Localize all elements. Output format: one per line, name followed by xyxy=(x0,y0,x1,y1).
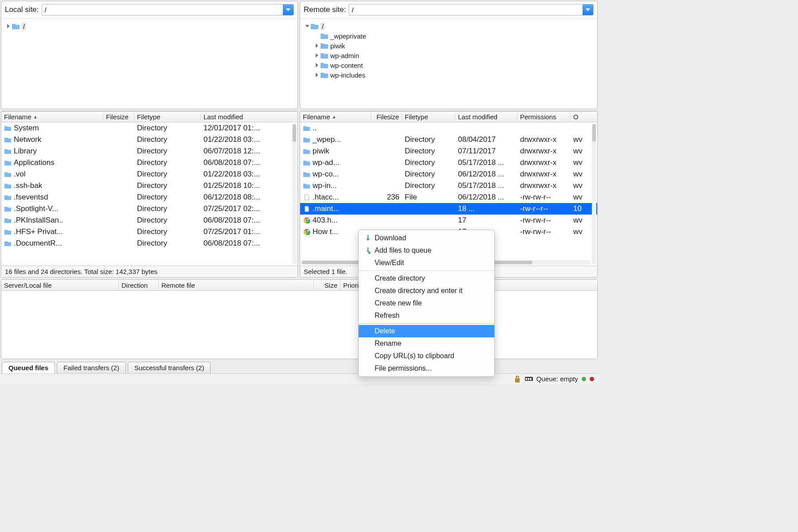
col-permissions[interactable]: Permissions xyxy=(517,113,571,121)
tree-toggle-icon[interactable] xyxy=(313,53,321,58)
remote-tree-item[interactable]: wp-admin xyxy=(304,51,594,60)
ctx-add-to-queue[interactable]: Add files to queue xyxy=(359,244,494,257)
local-site-combo[interactable] xyxy=(42,4,294,16)
local-status: 16 files and 24 directories. Total size:… xyxy=(1,266,297,277)
tab-failed-transfers[interactable]: Failed transfers (2) xyxy=(57,362,126,373)
tree-toggle-icon[interactable] xyxy=(5,24,12,28)
file-permissions: drwxrwxr-x xyxy=(517,135,571,144)
local-tree[interactable]: / xyxy=(1,19,297,109)
list-item[interactable]: .ssh-bakDirectory01/25/2018 10:... xyxy=(1,180,297,192)
col-last-modified[interactable]: Last modified xyxy=(201,113,297,121)
queue-header[interactable]: Server/Local file Direction Remote file … xyxy=(1,280,597,291)
ctx-refresh[interactable]: Refresh xyxy=(359,309,494,322)
tree-toggle-icon[interactable] xyxy=(304,24,311,28)
file-name: .fseventsd xyxy=(14,193,48,202)
file-modified: 06/12/2018 ... xyxy=(455,193,517,202)
local-site-dropdown[interactable] xyxy=(283,4,293,15)
col-filename[interactable]: Filename▲ xyxy=(1,113,103,121)
file-type: Directory xyxy=(134,135,201,144)
remote-site-combo[interactable] xyxy=(348,4,594,16)
file-modified: 01/22/2018 03:... xyxy=(201,170,297,179)
ctx-create-directory[interactable]: Create directory xyxy=(359,272,494,285)
remote-tree-item[interactable]: wp-content xyxy=(304,60,594,70)
list-item[interactable]: LibraryDirectory06/07/2018 12:... xyxy=(1,145,297,157)
list-item[interactable]: piwikDirectory07/11/2017drwxrwxr-xwv xyxy=(300,145,597,157)
file-modified: 06/07/2018 12:... xyxy=(201,147,297,156)
ctx-delete[interactable]: Delete xyxy=(359,325,494,337)
file-name: Library xyxy=(14,147,37,156)
local-site-input[interactable] xyxy=(42,4,283,15)
remote-tree[interactable]: / _wpeprivatepiwikwp-adminwp-contentwp-i… xyxy=(300,19,597,109)
col-filetype[interactable]: Filetype xyxy=(402,113,455,121)
list-item[interactable]: NetworkDirectory01/22/2018 03:... xyxy=(1,134,297,145)
list-item[interactable]: .maint...18 ...-rw-r--r--10 xyxy=(300,203,597,215)
list-item[interactable]: 403.h...17-rw-rw-r--wv xyxy=(300,215,597,226)
local-tree-root[interactable]: / xyxy=(22,23,26,30)
list-item[interactable]: .DocumentR...Directory06/08/2018 07:... xyxy=(1,238,297,249)
ctx-create-new-file[interactable]: Create new file xyxy=(359,297,494,309)
html-file-icon xyxy=(303,228,311,235)
col-size[interactable]: Size xyxy=(314,280,340,290)
remote-file-header[interactable]: Filename▲ Filesize Filetype Last modifie… xyxy=(300,111,597,122)
folder-icon xyxy=(4,240,12,247)
queue-body[interactable] xyxy=(1,291,597,359)
file-type: Directory xyxy=(134,124,201,133)
list-item[interactable]: ApplicationsDirectory06/08/2018 07:... xyxy=(1,157,297,168)
folder-icon xyxy=(303,182,311,189)
list-item[interactable]: .htacc...236File06/12/2018 ...-rw-rw-r--… xyxy=(300,192,597,203)
col-filesize[interactable]: Filesize xyxy=(371,113,402,121)
list-item[interactable]: .volDirectory01/22/2018 03:... xyxy=(1,168,297,180)
col-owner[interactable]: O xyxy=(571,113,597,121)
scrollbar-vert[interactable] xyxy=(292,123,297,265)
file-modified: 18 ... xyxy=(455,204,517,213)
list-item[interactable]: _wpep...Directory08/04/2017drwxrwxr-xwv xyxy=(300,134,597,145)
remote-tree-item[interactable]: wp-includes xyxy=(304,70,594,80)
tab-queued-files[interactable]: Queued files xyxy=(2,362,55,373)
col-last-modified[interactable]: Last modified xyxy=(455,113,517,121)
transfer-tabs: Queued files Failed transfers (2) Succes… xyxy=(0,360,598,373)
local-file-list[interactable]: SystemDirectory12/01/2017 01:...NetworkD… xyxy=(1,122,297,266)
status-bar: Queue: empty xyxy=(0,373,598,384)
file-type: Directory xyxy=(134,204,201,213)
col-filesize[interactable]: Filesize xyxy=(103,113,134,121)
list-item[interactable]: .. xyxy=(300,122,597,134)
remote-tree-item[interactable]: _wpeprivate xyxy=(304,31,594,41)
list-item[interactable]: wp-co...Directory06/12/2018 ...drwxrwxr-… xyxy=(300,168,597,180)
tree-toggle-icon[interactable] xyxy=(313,43,321,48)
col-remote-file[interactable]: Remote file xyxy=(159,280,314,290)
col-direction[interactable]: Direction xyxy=(119,280,159,290)
remote-tree-item[interactable]: piwik xyxy=(304,41,594,51)
col-filename[interactable]: Filename▲ xyxy=(300,113,371,121)
list-item[interactable]: SystemDirectory12/01/2017 01:... xyxy=(1,122,297,134)
status-indicator-icon xyxy=(590,377,594,381)
file-name: _wpep... xyxy=(313,135,341,144)
folder-icon xyxy=(303,136,311,143)
local-file-header[interactable]: Filename▲ Filesize Filetype Last modifie… xyxy=(1,111,297,122)
tree-toggle-icon[interactable] xyxy=(313,73,321,77)
list-item[interactable]: wp-in...Directory05/17/2018 ...drwxrwxr-… xyxy=(300,180,597,192)
list-item[interactable]: .fseventsdDirectory06/12/2018 08:... xyxy=(1,192,297,203)
list-item[interactable]: .Spotlight-V...Directory07/25/2017 02:..… xyxy=(1,203,297,215)
file-permissions: -rw-rw-r-- xyxy=(517,193,571,202)
ctx-create-directory-enter[interactable]: Create directory and enter it xyxy=(359,285,494,297)
ctx-file-permissions[interactable]: File permissions... xyxy=(359,362,494,375)
scrollbar-vert[interactable] xyxy=(592,123,596,265)
ctx-rename[interactable]: Rename xyxy=(359,337,494,350)
file-modified: 08/04/2017 xyxy=(455,135,517,144)
tab-successful-transfers[interactable]: Successful transfers (2) xyxy=(128,362,211,373)
ctx-download[interactable]: Download xyxy=(359,232,494,244)
list-item[interactable]: wp-ad...Directory05/17/2018 ...drwxrwxr-… xyxy=(300,157,597,168)
ctx-view-edit[interactable]: View/Edit xyxy=(359,257,494,269)
list-item[interactable]: .HFS+ Privat...Directory07/25/2017 01:..… xyxy=(1,226,297,238)
file-name: How t... xyxy=(313,227,338,236)
list-item[interactable]: .PKInstallSan..Directory06/08/2018 07:..… xyxy=(1,215,297,226)
file-type: Directory xyxy=(134,158,201,167)
remote-site-input[interactable] xyxy=(349,4,583,15)
remote-tree-root[interactable]: / xyxy=(321,23,325,30)
file-type: Directory xyxy=(134,227,201,236)
col-filetype[interactable]: Filetype xyxy=(134,113,201,121)
ctx-copy-urls[interactable]: Copy URL(s) to clipboard xyxy=(359,350,494,362)
col-server-local-file[interactable]: Server/Local file xyxy=(1,280,119,290)
tree-toggle-icon[interactable] xyxy=(313,63,321,67)
remote-site-dropdown[interactable] xyxy=(583,4,593,15)
